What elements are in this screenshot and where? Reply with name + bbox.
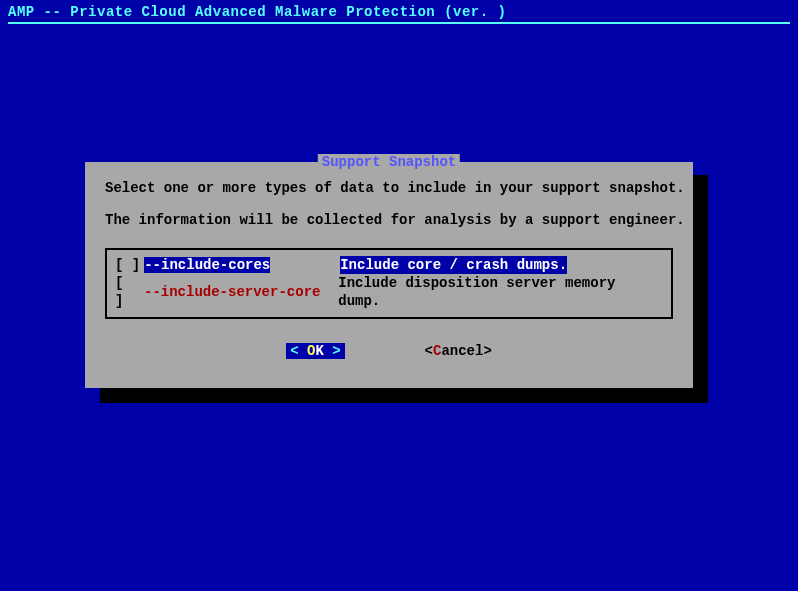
- ok-button[interactable]: < OK >: [286, 343, 344, 359]
- cancel-button[interactable]: <Cancel>: [425, 343, 492, 359]
- checkbox-icon: [ ]: [115, 274, 140, 310]
- option-flag-label: --include-server-core: [144, 284, 320, 300]
- dialog-content: Select one or more types of data to incl…: [85, 162, 693, 371]
- option-description: Include core / crash dumps.: [340, 256, 567, 274]
- option-description: Include disposition server memory dump.: [338, 274, 663, 310]
- instruction-text-2: The information will be collected for an…: [105, 212, 673, 228]
- support-snapshot-dialog: Support Snapshot Select one or more type…: [85, 162, 693, 388]
- dialog-title: Support Snapshot: [318, 154, 460, 170]
- header-title: AMP -- Private Cloud Advanced Malware Pr…: [8, 4, 506, 20]
- instruction-text-1: Select one or more types of data to incl…: [105, 180, 673, 196]
- header-divider: [8, 22, 790, 24]
- dialog-buttons: < OK > <Cancel>: [105, 343, 673, 359]
- app-header: AMP -- Private Cloud Advanced Malware Pr…: [0, 0, 798, 28]
- option-include-server-core[interactable]: [ ] --include-server-core Include dispos…: [115, 274, 663, 310]
- options-list: [ ] --include-cores Include core / crash…: [105, 248, 673, 319]
- checkbox-icon: [ ]: [115, 256, 140, 274]
- option-include-cores[interactable]: [ ] --include-cores Include core / crash…: [115, 256, 663, 274]
- option-flag-label: --include-cores: [144, 257, 270, 273]
